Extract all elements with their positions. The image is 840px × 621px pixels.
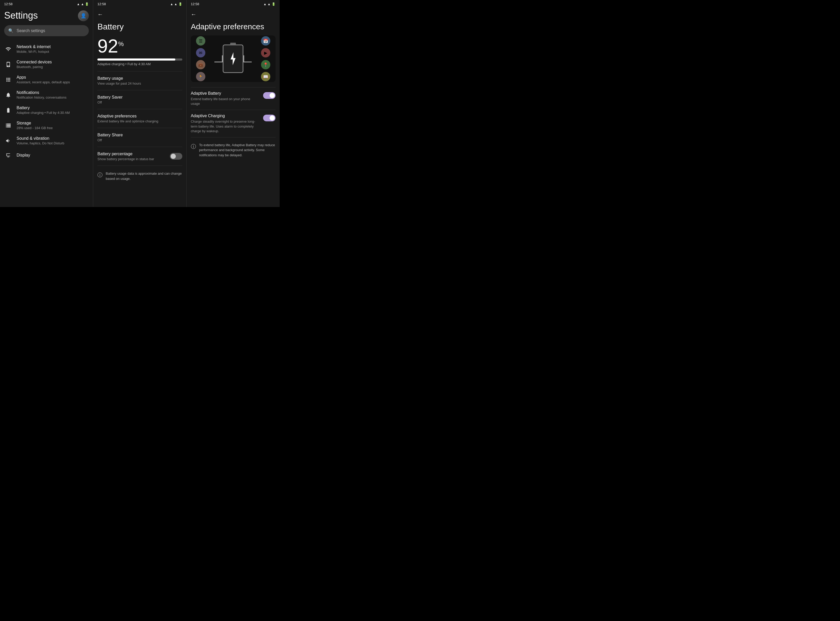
time-3: 12:58 bbox=[191, 2, 199, 6]
search-icon: 🔍 bbox=[8, 28, 14, 33]
adaptive-illustration: ☰ ✉ 💼 🏃 bbox=[191, 35, 275, 82]
storage-title: Storage bbox=[17, 121, 89, 126]
battery-usage-title: Battery usage bbox=[97, 76, 182, 81]
settings-item-notifications[interactable]: Notifications Notification history, conv… bbox=[4, 87, 89, 103]
adaptive-prefs-item[interactable]: Adaptive preferences Extend battery life… bbox=[97, 110, 182, 127]
battery-bar bbox=[97, 59, 182, 61]
connected-text: Connected devices Bluetooth, pairing bbox=[17, 60, 89, 69]
adaptive-charging-subtitle: Charge steadily overnight to preserve lo… bbox=[191, 119, 259, 133]
adaptive-prefs-panel: 12:58 ▲ ▲ 🔋 ← Adaptive preferences ☰ ✉ 💼… bbox=[187, 0, 279, 207]
adaptive-battery-text: Adaptive Battery Extend battery life bas… bbox=[191, 91, 259, 106]
adaptive-content: ← Adaptive preferences ☰ ✉ 💼 🏃 bbox=[187, 8, 279, 207]
settings-item-apps[interactable]: Apps Assistant, recent apps, default app… bbox=[4, 72, 89, 87]
wire-left bbox=[214, 55, 223, 62]
battery-usage-item[interactable]: Battery usage View usage for past 24 hou… bbox=[97, 73, 182, 89]
adaptive-prefs-title: Adaptive preferences bbox=[97, 114, 182, 118]
adaptive-charging-toggle[interactable] bbox=[263, 115, 275, 121]
search-placeholder: Search settings bbox=[17, 29, 45, 33]
back-button-2[interactable]: ← bbox=[97, 8, 182, 20]
svg-marker-0 bbox=[231, 52, 235, 65]
network-text: Network & internet Mobile, Wi-Fi, hotspo… bbox=[17, 44, 89, 53]
app-icons-right: 📅 ▶ 📍 📖 bbox=[261, 36, 270, 81]
connected-title: Connected devices bbox=[17, 60, 89, 64]
time-2: 12:58 bbox=[97, 2, 106, 6]
app-icon-mail: ✉ bbox=[196, 48, 205, 58]
adaptive-info-icon: ⓘ bbox=[191, 143, 196, 150]
battery-saver-item[interactable]: Battery Saver Off bbox=[97, 91, 182, 108]
battery-title: Battery bbox=[17, 106, 89, 110]
adaptive-charging-knob bbox=[270, 115, 275, 121]
app-icon-video: ▶ bbox=[261, 48, 270, 58]
storage-subtitle: 28% used - 184 GB free bbox=[17, 126, 89, 130]
connected-subtitle: Bluetooth, pairing bbox=[17, 65, 89, 69]
battery-page-title: Battery bbox=[97, 22, 182, 32]
storage-text: Storage 28% used - 184 GB free bbox=[17, 121, 89, 130]
search-bar[interactable]: 🔍 Search settings bbox=[4, 25, 89, 36]
apps-title: Apps bbox=[17, 75, 89, 80]
adaptive-charging-row[interactable]: Adaptive Charging Charge steadily overni… bbox=[191, 111, 275, 136]
apps-text: Apps Assistant, recent apps, default app… bbox=[17, 75, 89, 84]
status-icons-1: ▲ ▲ 🔋 bbox=[77, 2, 89, 6]
battery-percent-display: 92% bbox=[97, 37, 182, 55]
battery-text: Battery Adaptive charging • Full by 4:30… bbox=[17, 106, 89, 115]
battery-icon: 🔋 bbox=[85, 2, 89, 6]
signal-icon: ▲ bbox=[81, 2, 84, 6]
battery-saver-subtitle: Off bbox=[97, 100, 182, 104]
battery-percentage-title: Battery percentage bbox=[97, 151, 154, 156]
divider-1 bbox=[97, 71, 182, 71]
notifications-icon bbox=[4, 91, 12, 99]
notifications-title: Notifications bbox=[17, 90, 89, 95]
wifi-icon-3: ▲ bbox=[263, 2, 266, 6]
battery-percentage-subtitle: Show battery percentage in status bar bbox=[97, 157, 154, 161]
lightning-bolt bbox=[228, 52, 238, 65]
sound-text: Sound & vibration Volume, haptics, Do No… bbox=[17, 136, 89, 145]
adaptive-charging-title: Adaptive Charging bbox=[191, 114, 259, 118]
settings-item-display[interactable]: Display bbox=[4, 148, 89, 163]
wire-right bbox=[243, 55, 252, 62]
battery-share-title: Battery Share bbox=[97, 133, 182, 138]
wifi-icon: ▲ bbox=[77, 2, 80, 6]
sound-icon bbox=[4, 136, 12, 145]
settings-item-connected[interactable]: Connected devices Bluetooth, pairing bbox=[4, 57, 89, 72]
network-subtitle: Mobile, Wi-Fi, hotspot bbox=[17, 50, 89, 53]
app-icons-left: ☰ ✉ 💼 🏃 bbox=[196, 36, 205, 81]
status-bar-2: 12:58 ▲ ▲ 🔋 bbox=[93, 0, 186, 8]
notifications-text: Notifications Notification history, conv… bbox=[17, 90, 89, 99]
adaptive-battery-row[interactable]: Adaptive Battery Extend battery life bas… bbox=[191, 88, 275, 109]
settings-panel: 12:58 ▲ ▲ 🔋 👤 Settings 🔍 Search settings… bbox=[0, 0, 93, 207]
notifications-subtitle: Notification history, conversations bbox=[17, 95, 89, 99]
sound-subtitle: Volume, haptics, Do Not Disturb bbox=[17, 141, 89, 145]
back-button-3[interactable]: ← bbox=[191, 8, 275, 20]
apps-subtitle: Assistant, recent apps, default apps bbox=[17, 80, 89, 84]
app-icon-calendar: 📅 bbox=[261, 36, 270, 45]
app-icon-run: 🏃 bbox=[196, 72, 205, 81]
adaptive-charging-text: Adaptive Charging Charge steadily overni… bbox=[191, 114, 259, 133]
adaptive-battery-toggle[interactable] bbox=[263, 92, 275, 99]
wifi-icon-2: ▲ bbox=[170, 2, 173, 6]
divider-5 bbox=[97, 147, 182, 147]
settings-item-storage[interactable]: Storage 28% used - 184 GB free bbox=[4, 118, 89, 133]
adaptive-info-text: To extend battery life, Adaptive Battery… bbox=[199, 142, 275, 158]
battery-percentage-toggle[interactable] bbox=[170, 153, 182, 160]
battery-body-graphic bbox=[223, 44, 243, 73]
divider-adaptive-1 bbox=[191, 87, 275, 88]
battery-share-item[interactable]: Battery Share Off bbox=[97, 129, 182, 146]
status-bar-1: 12:58 ▲ ▲ 🔋 bbox=[0, 0, 93, 8]
battery-content: ← Battery 92% Adaptive charging • Full b… bbox=[93, 8, 186, 207]
battery-subtitle: Adaptive charging • Full by 4:30 AM bbox=[17, 111, 89, 115]
battery-info-text: Battery usage data is approximate and ca… bbox=[106, 171, 182, 181]
settings-item-battery[interactable]: Battery Adaptive charging • Full by 4:30… bbox=[4, 103, 89, 118]
toggle-knob bbox=[171, 154, 176, 159]
adaptive-prefs-subtitle: Extend battery life and optimize chargin… bbox=[97, 119, 182, 123]
time-1: 12:58 bbox=[4, 2, 13, 6]
signal-icon-3: ▲ bbox=[267, 2, 270, 6]
battery-settings-icon bbox=[4, 106, 12, 114]
display-text: Display bbox=[17, 153, 89, 158]
battery-usage-subtitle: View usage for past 24 hours bbox=[97, 82, 182, 85]
battery-bar-fill bbox=[97, 59, 175, 61]
battery-icon-3: 🔋 bbox=[272, 2, 275, 6]
settings-title: Settings bbox=[4, 10, 89, 21]
battery-percentage-row[interactable]: Battery percentage Show battery percenta… bbox=[97, 148, 182, 165]
settings-item-network[interactable]: Network & internet Mobile, Wi-Fi, hotspo… bbox=[4, 41, 89, 57]
settings-item-sound[interactable]: Sound & vibration Volume, haptics, Do No… bbox=[4, 133, 89, 148]
